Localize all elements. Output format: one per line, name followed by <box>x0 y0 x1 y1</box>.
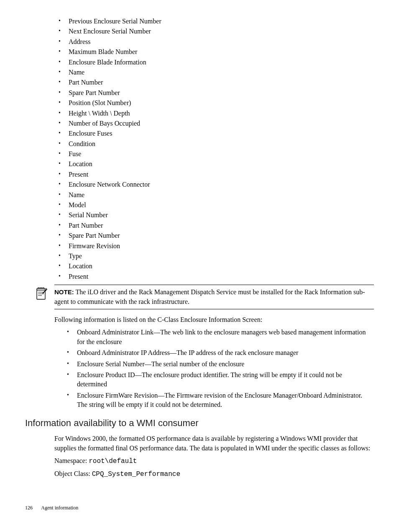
svg-point-2 <box>40 288 41 288</box>
list-item: Spare Part Number <box>59 88 374 98</box>
list-item: Type <box>59 252 374 261</box>
footer-title: Agent information <box>41 505 78 511</box>
list-item: Location <box>59 159 374 169</box>
list-item: Name <box>59 190 374 200</box>
section-heading: Information availability to a WMI consum… <box>25 417 374 430</box>
list-item: Onboard Administrator Link—The web link … <box>67 328 374 347</box>
page-footer: 126 Agent information <box>25 504 374 511</box>
list-item: Enclosure FirmWare Revision—The Firmware… <box>67 391 374 410</box>
paragraph: Following information is listed on the C… <box>54 315 374 324</box>
list-item: Enclosure Blade Information <box>59 58 374 67</box>
list-item: Fuse <box>59 149 374 159</box>
note-text: The iLO driver and the Rack Management D… <box>54 288 365 305</box>
list-item: Next Enclosure Serial Number <box>59 27 374 36</box>
page-content: Previous Enclosure Serial Number Next En… <box>25 17 374 511</box>
namespace-value: root\default <box>89 457 137 465</box>
list-item: Condition <box>59 139 374 149</box>
list-item: Enclosure Product ID—The enclosure produ… <box>67 370 374 389</box>
svg-point-1 <box>38 288 39 288</box>
list-item: Present <box>59 272 374 281</box>
list-item: Enclosure Network Connector <box>59 180 374 189</box>
list-item: Present <box>59 170 374 179</box>
list-item: Firmware Revision <box>59 242 374 251</box>
objclass-line: Object Class: CPQ_System_Performance <box>54 469 374 479</box>
page-number: 126 <box>25 504 33 511</box>
list-item: Spare Part Number <box>59 231 374 240</box>
note-icon <box>34 287 48 300</box>
note-label: NOTE: <box>54 288 74 296</box>
svg-rect-0 <box>37 290 45 299</box>
list-item: Number of Bays Occupied <box>59 119 374 128</box>
list-item: Onboard Administrator IP Address—The IP … <box>67 348 374 357</box>
objclass-label: Object Class: <box>54 470 92 477</box>
list-item: Position (Slot Number) <box>59 98 374 108</box>
svg-point-3 <box>41 288 42 288</box>
bullet-list-1: Previous Enclosure Serial Number Next En… <box>25 17 374 281</box>
list-item: Maximum Blade Number <box>59 47 374 57</box>
objclass-value: CPQ_System_Performance <box>92 470 180 478</box>
list-item: Location <box>59 262 374 271</box>
list-item: Address <box>59 37 374 46</box>
list-item: Part Number <box>59 78 374 87</box>
list-item: Height \ Width \ Depth <box>59 109 374 118</box>
paragraph: For Windows 2000, the formatted OS perfo… <box>54 434 374 453</box>
namespace-line: Namespace: root\default <box>54 456 374 466</box>
namespace-label: Namespace: <box>54 457 89 464</box>
list-item: Enclosure Fuses <box>59 129 374 138</box>
note-block: NOTE: The iLO driver and the Rack Manage… <box>54 285 374 309</box>
list-item: Part Number <box>59 221 374 230</box>
list-item: Previous Enclosure Serial Number <box>59 17 374 26</box>
list-item: Enclosure Serial Number—The serial numbe… <box>67 360 374 369</box>
list-item: Name <box>59 68 374 77</box>
list-item: Model <box>59 200 374 210</box>
svg-point-4 <box>43 288 44 288</box>
bullet-list-2: Onboard Administrator Link—The web link … <box>25 328 374 409</box>
list-item: Serial Number <box>59 211 374 220</box>
